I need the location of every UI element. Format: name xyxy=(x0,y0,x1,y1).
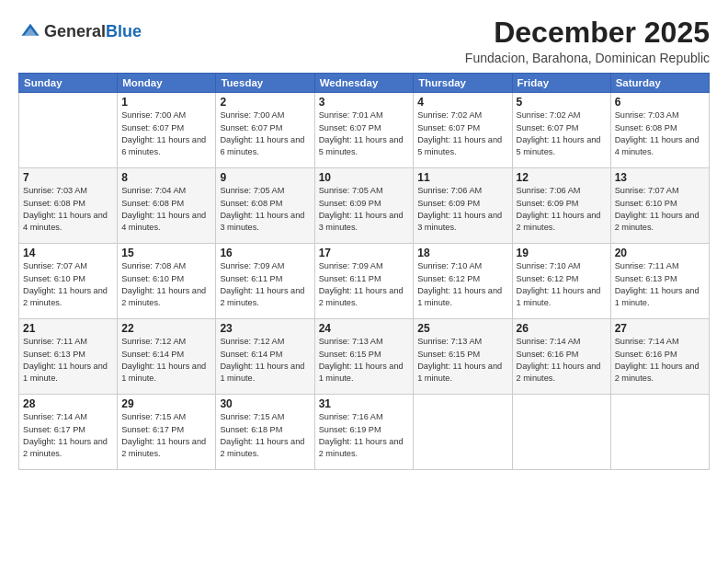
sunset-text: Sunset: 6:17 PM xyxy=(121,425,184,434)
day-number: 21 xyxy=(23,322,113,335)
table-row xyxy=(19,93,118,168)
calendar-table: Sunday Monday Tuesday Wednesday Thursday… xyxy=(18,73,710,470)
col-friday: Friday xyxy=(512,74,610,93)
table-row xyxy=(610,395,709,470)
sunrise-text: Sunrise: 7:01 AM xyxy=(319,110,383,120)
sunrise-text: Sunrise: 7:12 AM xyxy=(220,337,284,346)
day-number: 16 xyxy=(220,247,310,259)
sunset-text: Sunset: 6:07 PM xyxy=(319,123,381,132)
sunset-text: Sunset: 6:12 PM xyxy=(417,274,480,283)
table-row: 19 Sunrise: 7:10 AM Sunset: 6:12 PM Dayl… xyxy=(512,244,610,319)
day-number: 19 xyxy=(517,247,607,259)
day-number: 5 xyxy=(517,96,607,109)
sunrise-text: Sunrise: 7:10 AM xyxy=(417,261,482,270)
daylight-text: Daylight: 11 hours and 4 minutes. xyxy=(615,135,700,156)
table-row: 13 Sunrise: 7:07 AM Sunset: 6:10 PM Dayl… xyxy=(610,168,709,244)
day-info: Sunrise: 7:06 AM Sunset: 6:09 PM Dayligh… xyxy=(517,185,607,234)
day-info: Sunrise: 7:15 AM Sunset: 6:18 PM Dayligh… xyxy=(220,411,310,460)
day-number: 3 xyxy=(319,96,410,109)
sunrise-text: Sunrise: 7:07 AM xyxy=(23,261,87,270)
sunset-text: Sunset: 6:08 PM xyxy=(615,123,677,132)
table-row: 11 Sunrise: 7:06 AM Sunset: 6:09 PM Dayl… xyxy=(414,168,512,244)
logo-general-text: General xyxy=(44,22,106,40)
day-info: Sunrise: 7:00 AM Sunset: 6:07 PM Dayligh… xyxy=(121,109,211,158)
daylight-text: Daylight: 11 hours and 6 minutes. xyxy=(121,135,206,156)
day-number: 8 xyxy=(121,171,211,184)
sunrise-text: Sunrise: 7:03 AM xyxy=(615,110,679,120)
table-row: 9 Sunrise: 7:05 AM Sunset: 6:08 PM Dayli… xyxy=(216,168,314,244)
day-info: Sunrise: 7:08 AM Sunset: 6:10 PM Dayligh… xyxy=(121,260,211,309)
calendar-week-1: 1 Sunrise: 7:00 AM Sunset: 6:07 PM Dayli… xyxy=(19,93,710,168)
day-info: Sunrise: 7:11 AM Sunset: 6:13 PM Dayligh… xyxy=(23,336,113,385)
day-info: Sunrise: 7:13 AM Sunset: 6:15 PM Dayligh… xyxy=(417,336,507,385)
daylight-text: Daylight: 11 hours and 1 minute. xyxy=(220,362,304,383)
table-row: 12 Sunrise: 7:06 AM Sunset: 6:09 PM Dayl… xyxy=(512,168,610,244)
sunrise-text: Sunrise: 7:13 AM xyxy=(417,337,482,346)
sunset-text: Sunset: 6:07 PM xyxy=(417,123,480,132)
day-info: Sunrise: 7:14 AM Sunset: 6:16 PM Dayligh… xyxy=(615,336,705,385)
day-number: 9 xyxy=(220,171,310,184)
daylight-text: Daylight: 11 hours and 2 minutes. xyxy=(121,286,206,307)
table-row: 3 Sunrise: 7:01 AM Sunset: 6:07 PM Dayli… xyxy=(314,93,414,168)
calendar-week-5: 28 Sunrise: 7:14 AM Sunset: 6:17 PM Dayl… xyxy=(19,395,710,470)
daylight-text: Daylight: 11 hours and 2 minutes. xyxy=(615,362,700,383)
daylight-text: Daylight: 11 hours and 6 minutes. xyxy=(220,135,304,156)
day-number: 20 xyxy=(615,247,705,259)
sunset-text: Sunset: 6:10 PM xyxy=(23,274,85,283)
table-row: 1 Sunrise: 7:00 AM Sunset: 6:07 PM Dayli… xyxy=(118,93,216,168)
daylight-text: Daylight: 11 hours and 1 minute. xyxy=(517,286,601,307)
day-info: Sunrise: 7:12 AM Sunset: 6:14 PM Dayligh… xyxy=(220,336,310,385)
sunset-text: Sunset: 6:16 PM xyxy=(615,350,677,359)
daylight-text: Daylight: 11 hours and 4 minutes. xyxy=(121,211,206,232)
daylight-text: Daylight: 11 hours and 2 minutes. xyxy=(615,211,700,232)
calendar-header-row: Sunday Monday Tuesday Wednesday Thursday… xyxy=(19,74,710,93)
day-number: 6 xyxy=(615,96,705,109)
daylight-text: Daylight: 11 hours and 2 minutes. xyxy=(319,437,404,458)
daylight-text: Daylight: 11 hours and 5 minutes. xyxy=(417,135,502,156)
table-row xyxy=(512,395,610,470)
daylight-text: Daylight: 11 hours and 2 minutes. xyxy=(220,286,304,307)
sunrise-text: Sunrise: 7:06 AM xyxy=(517,186,581,195)
day-number: 22 xyxy=(121,322,211,335)
table-row: 6 Sunrise: 7:03 AM Sunset: 6:08 PM Dayli… xyxy=(610,93,709,168)
table-row: 15 Sunrise: 7:08 AM Sunset: 6:10 PM Dayl… xyxy=(118,244,216,319)
daylight-text: Daylight: 11 hours and 5 minutes. xyxy=(517,135,601,156)
table-row: 4 Sunrise: 7:02 AM Sunset: 6:07 PM Dayli… xyxy=(414,93,512,168)
day-info: Sunrise: 7:03 AM Sunset: 6:08 PM Dayligh… xyxy=(23,185,113,234)
daylight-text: Daylight: 11 hours and 2 minutes. xyxy=(23,286,108,307)
day-info: Sunrise: 7:07 AM Sunset: 6:10 PM Dayligh… xyxy=(23,260,113,309)
table-row: 26 Sunrise: 7:14 AM Sunset: 6:16 PM Dayl… xyxy=(512,319,610,395)
sunrise-text: Sunrise: 7:08 AM xyxy=(121,261,186,270)
day-info: Sunrise: 7:14 AM Sunset: 6:17 PM Dayligh… xyxy=(23,411,113,460)
day-info: Sunrise: 7:03 AM Sunset: 6:08 PM Dayligh… xyxy=(615,109,705,158)
day-number: 28 xyxy=(23,397,113,410)
sunrise-text: Sunrise: 7:16 AM xyxy=(319,412,383,421)
day-info: Sunrise: 7:09 AM Sunset: 6:11 PM Dayligh… xyxy=(220,260,310,309)
day-info: Sunrise: 7:07 AM Sunset: 6:10 PM Dayligh… xyxy=(615,185,705,234)
sunrise-text: Sunrise: 7:15 AM xyxy=(121,412,186,421)
calendar-week-2: 7 Sunrise: 7:03 AM Sunset: 6:08 PM Dayli… xyxy=(19,168,710,244)
daylight-text: Daylight: 11 hours and 1 minute. xyxy=(121,362,206,383)
col-tuesday: Tuesday xyxy=(216,74,314,93)
day-number: 30 xyxy=(220,397,310,410)
day-number: 14 xyxy=(23,247,113,259)
calendar-week-4: 21 Sunrise: 7:11 AM Sunset: 6:13 PM Dayl… xyxy=(19,319,710,395)
sunset-text: Sunset: 6:11 PM xyxy=(220,274,282,283)
day-info: Sunrise: 7:14 AM Sunset: 6:16 PM Dayligh… xyxy=(517,336,607,385)
daylight-text: Daylight: 11 hours and 4 minutes. xyxy=(23,211,108,232)
sunset-text: Sunset: 6:11 PM xyxy=(319,274,381,283)
sunset-text: Sunset: 6:08 PM xyxy=(23,199,85,208)
day-info: Sunrise: 7:11 AM Sunset: 6:13 PM Dayligh… xyxy=(615,260,705,309)
sunrise-text: Sunrise: 7:04 AM xyxy=(121,186,186,195)
table-row: 17 Sunrise: 7:09 AM Sunset: 6:11 PM Dayl… xyxy=(314,244,414,319)
sunset-text: Sunset: 6:17 PM xyxy=(23,425,85,434)
sunset-text: Sunset: 6:18 PM xyxy=(220,425,282,434)
day-info: Sunrise: 7:00 AM Sunset: 6:07 PM Dayligh… xyxy=(220,109,310,158)
table-row: 22 Sunrise: 7:12 AM Sunset: 6:14 PM Dayl… xyxy=(118,319,216,395)
logo: GeneralBlue xyxy=(18,20,142,44)
sunset-text: Sunset: 6:10 PM xyxy=(121,274,184,283)
daylight-text: Daylight: 11 hours and 2 minutes. xyxy=(319,286,404,307)
sunset-text: Sunset: 6:07 PM xyxy=(220,123,282,132)
calendar-week-3: 14 Sunrise: 7:07 AM Sunset: 6:10 PM Dayl… xyxy=(19,244,710,319)
sunrise-text: Sunrise: 7:12 AM xyxy=(121,337,186,346)
